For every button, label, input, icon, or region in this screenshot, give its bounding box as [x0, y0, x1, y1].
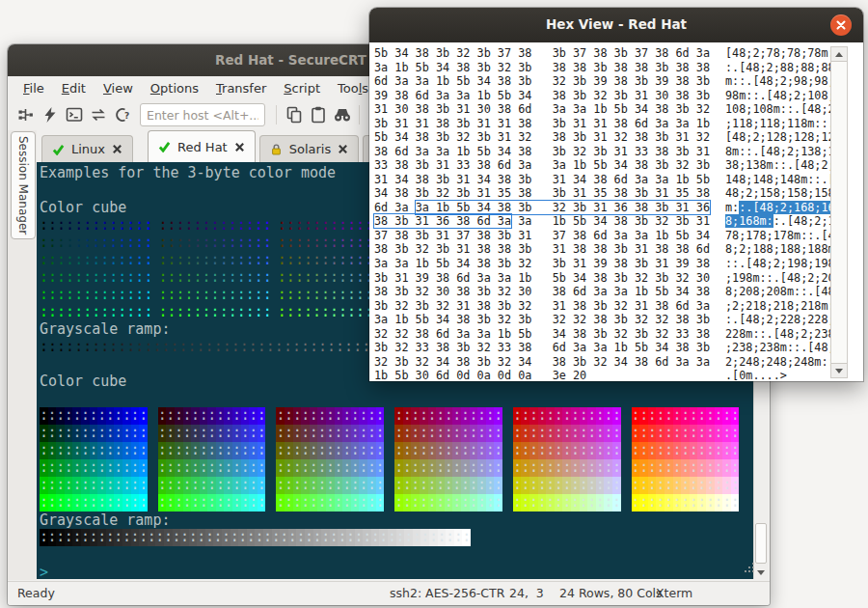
hex-row: 6d 3a 3a 1b 5b 34 38 3b 32 3b 31 36 38 3…	[374, 201, 863, 215]
status-cipher: ssh2: AES-256-CTR	[390, 586, 504, 600]
hex-row: 3a 1b 5b 34 38 3b 32 3b 32 32 38 3b 32 3…	[374, 313, 863, 327]
hex-row: 38 3b 32 3b 31 38 38 3b 31 38 38 3b 31 3…	[374, 242, 863, 257]
main-window-title: Red Hat - SecureCRT	[215, 52, 366, 68]
hex-selection: 3a 1b 5b 34 38 3b 32 3b 31 36 38 3b 31 3…	[416, 201, 710, 214]
hex-row: 34 38 3b 32 3b 31 35 38 3b 31 35 38 3b 3…	[374, 186, 863, 201]
copy-icon[interactable]	[282, 102, 306, 127]
menu-item-transfer[interactable]: Transfer	[207, 78, 275, 98]
status-emulation: Xterm	[656, 586, 692, 600]
hex-view-window: Hex View - Red Hat 5b 34 38 3b 32 3b 37 …	[369, 8, 863, 381]
hex-titlebar[interactable]: Hex View - Red Hat	[369, 8, 863, 42]
terminal-icon[interactable]	[62, 102, 86, 127]
tab-solaris[interactable]: Solaris	[259, 135, 360, 162]
tab-close-button[interactable]	[234, 142, 245, 152]
toolbar-separator	[359, 105, 360, 124]
tab-red-hat[interactable]: Red Hat	[148, 130, 256, 162]
hex-row: 32 32 38 6d 3a 3a 1b 5b 34 38 3b 32 3b 3…	[374, 327, 863, 342]
terminal-row: ::::::::::::::::::::::::::::::::::::::::…	[40, 529, 752, 546]
hex-row: 3b 31 31 38 3b 31 31 38 3b 31 31 38 6d 3…	[374, 117, 863, 131]
menu-item-view[interactable]: View	[95, 78, 142, 98]
terminal-row	[40, 546, 752, 564]
menu-item-script[interactable]: Script	[275, 78, 329, 98]
hex-row: 6d 3a 3a 1b 5b 34 38 3b 32 3b 39 38 3b 3…	[374, 74, 863, 89]
hex-row: 3b 32 3b 32 31 38 3b 32 31 38 3b 32 31 3…	[374, 299, 863, 314]
terminal-row: >	[40, 564, 752, 579]
chevron-down-icon	[835, 369, 843, 373]
hex-row: 3b 31 39 38 6d 3a 3a 1b 5b 34 38 3b 32 3…	[374, 271, 863, 286]
close-icon	[836, 20, 846, 30]
hex-row: 5b 34 38 3b 32 3b 31 32 38 3b 31 32 38 3…	[374, 130, 863, 145]
hex-row: 32 3b 32 34 38 3b 32 34 38 3b 32 34 38 6…	[374, 355, 863, 370]
hex-content[interactable]: 5b 34 38 3b 32 3b 37 38 3b 37 38 3b 37 3…	[369, 42, 863, 381]
status-ready: Ready	[17, 586, 55, 600]
hex-row: 31 30 38 3b 31 30 38 6d 3a 3a 1b 5b 34 3…	[374, 102, 863, 117]
tab-close-button[interactable]	[338, 144, 348, 154]
check-icon	[158, 141, 171, 152]
status-cursor-position: 24, 3	[509, 586, 544, 600]
hex-row: 3a 3a 1b 5b 34 38 3b 32 3b 31 39 38 3b 3…	[374, 257, 863, 271]
session-manager-tab[interactable]: Session Manager	[11, 131, 36, 239]
disconnect-icon[interactable]: ?	[110, 102, 134, 127]
hex-row: 38 6d 3a 3a 1b 5b 34 38 3b 32 3b 31 33 3…	[374, 145, 863, 159]
ascii-selection: :.[48;2;168;16	[739, 201, 834, 214]
statusbar: Ready ssh2: AES-256-CTR 24, 3 24 Rows, 8…	[8, 581, 770, 605]
hex-scroll-up-button[interactable]	[831, 47, 847, 61]
ascii-selection: 8;168m:	[725, 214, 773, 228]
tab-linux[interactable]: Linux	[41, 135, 133, 162]
tab-label: Linux	[71, 142, 105, 156]
hex-row: 3b 32 33 38 3b 32 33 38 6d 3a 3a 1b 5b 3…	[374, 341, 863, 355]
terminal-row: ::::::::::::::::::::::::::::::::::::::::…	[40, 459, 752, 477]
menu-item-edit[interactable]: Edit	[53, 78, 95, 98]
resize-grip[interactable]	[744, 533, 767, 602]
paste-icon[interactable]	[306, 102, 330, 127]
hex-row: 5b 34 38 3b 32 3b 37 38 3b 37 38 3b 37 3…	[374, 46, 863, 61]
terminal-row: ::::::::::::::::::::::::::::::::::::::::…	[40, 477, 752, 494]
reconnect-icon[interactable]	[86, 102, 110, 127]
terminal-row: ::::::::::::::::::::::::::::::::::::::::…	[40, 494, 752, 511]
session-manager-icon[interactable]	[14, 102, 38, 127]
find-icon[interactable]	[330, 102, 354, 127]
desktop: { "main_window": { "title": "Red Hat - S…	[0, 0, 868, 608]
hex-row: 39 38 6d 3a 3a 1b 5b 34 38 3b 32 3b 31 3…	[374, 89, 863, 103]
session-manager-label: Session Manager	[16, 136, 30, 235]
hex-row: 31 34 38 3b 31 34 38 3b 31 34 38 6d 3a 3…	[374, 173, 863, 187]
close-icon	[234, 142, 245, 152]
hex-row: 3a 1b 5b 34 38 3b 32 3b 38 38 3b 38 38 3…	[374, 61, 863, 75]
hex-scrollbar[interactable]	[830, 46, 848, 378]
hex-window-title: Hex View - Red Hat	[369, 16, 863, 32]
lock-icon	[270, 143, 283, 156]
terminal-row	[40, 390, 752, 407]
hex-row: 38 3b 31 36 38 6d 3a 3a 1b 5b 34 38 3b 3…	[374, 214, 863, 229]
terminal-row: Grayscale ramp:	[40, 511, 752, 529]
hex-row: 37 38 3b 31 37 38 3b 31 37 38 6d 3a 3a 1…	[374, 229, 863, 243]
tab-close-button[interactable]	[112, 144, 122, 154]
tab-label: Red Hat	[177, 140, 228, 154]
hex-scroll-down-button[interactable]	[831, 364, 847, 377]
terminal-row: ::::::::::::::::::::::::::::::::::::::::…	[40, 442, 752, 459]
close-icon	[338, 144, 348, 154]
check-icon	[52, 144, 65, 155]
close-button[interactable]	[830, 14, 852, 36]
hex-row: 38 3b 32 30 38 3b 32 30 38 6d 3a 3a 1b 5…	[374, 285, 863, 299]
status-terminal-size: 24 Rows, 80 Cols	[559, 586, 663, 600]
menu-item-file[interactable]: File	[14, 78, 53, 98]
hex-scrollbar-thumb[interactable]	[831, 61, 847, 364]
tab-label: Solaris	[289, 142, 332, 156]
menu-item-options[interactable]: Options	[142, 78, 207, 98]
terminal-row: ::::::::::::::::::::::::::::::::::::::::…	[40, 407, 752, 425]
close-icon	[112, 144, 122, 154]
hex-selection: 38 3b 31 36 38 6d 3a	[374, 214, 511, 228]
hex-row: 1b 5b 30 6d 0d 0a 0d 0a 3e 20.[0m....>	[374, 369, 863, 383]
svg-text:?: ?	[124, 111, 129, 121]
session-manager-strip: Session Manager	[8, 130, 37, 580]
host-input[interactable]	[140, 103, 265, 126]
hex-row: 33 38 3b 31 33 38 6d 3a 3a 1b 5b 34 38 3…	[374, 158, 863, 173]
quick-connect-icon[interactable]	[38, 102, 62, 127]
toolbar-separator	[276, 105, 277, 124]
terminal-row: ::::::::::::::::::::::::::::::::::::::::…	[40, 425, 752, 442]
chevron-up-icon	[835, 52, 843, 57]
